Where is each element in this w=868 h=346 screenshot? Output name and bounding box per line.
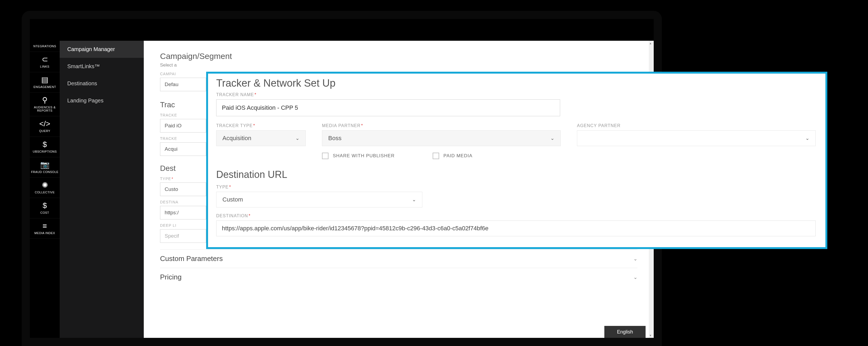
rail-label: COLLECTIVE <box>35 191 55 194</box>
checkbox-icon <box>433 153 439 159</box>
rail-item-integrations[interactable]: NTEGRATIONS <box>30 41 60 52</box>
rail-label: ENGAGEMENT <box>33 85 56 89</box>
tracker-name-input-bg[interactable]: Paid iO <box>160 119 206 133</box>
icon-rail: NTEGRATIONS ⊂ LINKS ▤ ENGAGEMENT ⚲ AUDIE… <box>30 41 60 338</box>
destination-url-title: Destination URL <box>216 169 817 180</box>
dest-type-select-bg[interactable]: Custo <box>160 182 206 196</box>
tracker-network-setup-panel: Tracker & Network Set Up TRACKER NAME* T… <box>206 72 827 249</box>
tracker-type-label: TRACKER TYPE* <box>216 123 306 128</box>
rail-item-engagement[interactable]: ▤ ENGAGEMENT <box>30 72 60 93</box>
subnav: Campaign Manager SmartLinks™ Destination… <box>60 41 144 338</box>
rail-label: QUERY <box>39 129 50 133</box>
panel-title: Tracker & Network Set Up <box>216 78 817 89</box>
language-selector[interactable]: English <box>604 326 646 338</box>
campaign-segment-hint: Select a <box>160 62 638 68</box>
chevron-down-icon: ⌄ <box>550 135 554 141</box>
pricing-title: Pricing <box>160 273 182 281</box>
paid-media-label: PAID MEDIA <box>443 153 472 158</box>
custom-parameters-section[interactable]: Custom Parameters ⌄ <box>160 249 638 268</box>
collective-icon: ✺ <box>42 181 48 189</box>
tracker-name-input[interactable] <box>216 99 560 116</box>
fraud-icon: 📷 <box>40 161 50 169</box>
rail-label: MEDIA INDEX <box>34 231 55 235</box>
engagement-icon: ▤ <box>41 76 48 84</box>
dest-input-bg[interactable]: https:/ <box>160 206 206 220</box>
checkbox-icon <box>322 153 329 159</box>
agency-partner-select[interactable]: ⌄ <box>577 131 816 146</box>
share-with-publisher-label: SHARE WITH PUBLISHER <box>333 153 395 158</box>
rail-item-links[interactable]: ⊂ LINKS <box>30 52 60 72</box>
subnav-landing-pages[interactable]: Landing Pages <box>60 92 144 109</box>
media-partner-select[interactable]: Boss ⌄ <box>322 131 561 146</box>
rail-item-audiences-reports[interactable]: ⚲ AUDIENCES & REPORTS <box>30 93 60 116</box>
subnav-destinations[interactable]: Destinations <box>60 75 144 92</box>
rail-item-collective[interactable]: ✺ COLLECTIVE <box>30 178 60 198</box>
chevron-down-icon: ⌄ <box>633 274 638 280</box>
destination-input[interactable] <box>216 221 816 236</box>
audiences-icon: ⚲ <box>42 96 48 104</box>
rail-label: LINKS <box>40 65 50 68</box>
rail-label: COST <box>40 211 50 214</box>
chevron-down-icon: ⌄ <box>296 135 300 141</box>
tracker-name-label: TRACKER NAME* <box>216 92 817 97</box>
rail-label: FRAUD CONSOLE <box>31 170 58 174</box>
tracker-type-select[interactable]: Acquisition ⌄ <box>216 131 306 146</box>
chevron-down-icon: ⌄ <box>805 135 809 141</box>
tracker-type-select-bg[interactable]: Acqui <box>160 142 206 156</box>
rail-label: NTEGRATIONS <box>33 45 56 48</box>
cost-icon: $ <box>42 202 47 209</box>
subscriptions-icon: $ <box>42 141 47 148</box>
rail-item-subscriptions[interactable]: $ UBSCRIPTIONS <box>30 137 60 157</box>
rail-item-fraud-console[interactable]: 📷 FRAUD CONSOLE <box>30 157 60 178</box>
campaign-select[interactable]: Defau <box>160 78 206 91</box>
rail-item-cost[interactable]: $ COST <box>30 198 60 218</box>
rail-label: UBSCRIPTIONS <box>33 150 57 153</box>
deeplink-input-bg[interactable]: Specif <box>160 229 206 243</box>
custom-parameters-title: Custom Parameters <box>160 255 223 263</box>
pricing-section[interactable]: Pricing ⌄ <box>160 268 638 286</box>
chevron-down-icon: ⌄ <box>633 256 638 262</box>
rail-item-query[interactable]: </> QUERY <box>30 116 60 137</box>
rail-item-media-index[interactable]: ≡ MEDIA INDEX <box>30 218 60 239</box>
links-icon: ⊂ <box>42 56 48 63</box>
query-icon: </> <box>39 120 50 128</box>
share-with-publisher-checkbox[interactable]: SHARE WITH PUBLISHER <box>322 153 395 159</box>
destination-label: DESTINATION* <box>216 213 817 218</box>
subnav-smartlinks[interactable]: SmartLinks™ <box>60 58 144 75</box>
agency-partner-label: AGENCY PARTNER <box>577 123 816 128</box>
media-index-icon: ≡ <box>42 222 47 230</box>
rail-label: AUDIENCES & REPORTS <box>31 106 59 112</box>
campaign-segment-title: Campaign/Segment <box>160 52 638 61</box>
subnav-campaign-manager[interactable]: Campaign Manager <box>60 41 144 58</box>
paid-media-checkbox[interactable]: PAID MEDIA <box>433 153 472 159</box>
chevron-down-icon: ⌄ <box>412 197 416 203</box>
media-partner-label: MEDIA PARTNER* <box>322 123 561 128</box>
dest-type-select[interactable]: Custom ⌄ <box>216 192 422 207</box>
dest-type-label: TYPE* <box>216 185 817 190</box>
